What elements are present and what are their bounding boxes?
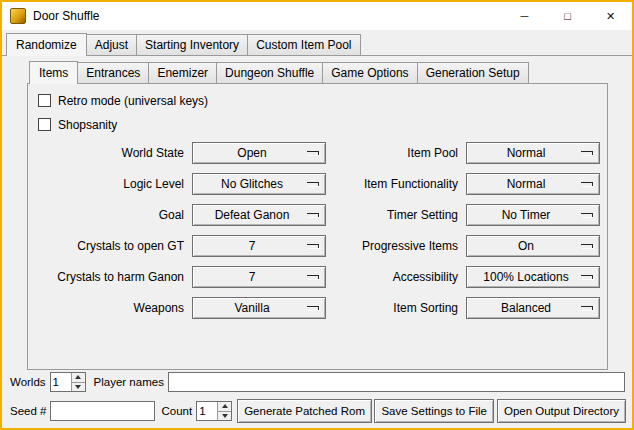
timer-setting-value: No Timer [502, 208, 551, 222]
seed-row: Seed # Count Generate Patched Rom Save S… [10, 399, 626, 423]
item-sorting-label: Item Sorting [332, 301, 460, 315]
item-pool-label: Item Pool [332, 146, 460, 160]
weapons-label: Weapons [38, 301, 186, 315]
dropdown-indicator-icon [307, 306, 319, 310]
worlds-row: Worlds Player names [10, 370, 626, 394]
tab-adjust[interactable]: Adjust [86, 34, 137, 55]
items-pane: Retro mode (universal keys) Shopsanity W… [27, 83, 608, 370]
item-functionality-value: Normal [507, 177, 546, 191]
crystals-open-gt-value: 7 [249, 239, 256, 253]
tab-custom-item-pool[interactable]: Custom Item Pool [247, 34, 360, 55]
item-pool-value: Normal [507, 146, 546, 160]
timer-setting-dropdown[interactable]: No Timer [466, 204, 600, 226]
accessibility-value: 100% Locations [483, 270, 568, 284]
goal-dropdown[interactable]: Defeat Ganon [192, 204, 326, 226]
count-spin-arrows [217, 402, 231, 420]
tab-generation-setup[interactable]: Generation Setup [417, 62, 529, 83]
crystals-harm-ganon-dropdown[interactable]: 7 [192, 266, 326, 288]
dropdown-indicator-icon [581, 275, 593, 279]
randomize-pane: Items Entrances Enemizer Dungeon Shuffle… [2, 55, 632, 428]
player-names-input[interactable] [168, 372, 625, 392]
timer-setting-label: Timer Setting [332, 208, 460, 222]
progressive-items-value: On [518, 239, 534, 253]
window-title: Door Shuffle [33, 9, 100, 23]
worlds-input[interactable] [51, 373, 71, 391]
item-sorting-value: Balanced [501, 301, 551, 315]
weapons-value: Vanilla [234, 301, 269, 315]
shopsanity-label: Shopsanity [58, 118, 117, 132]
dropdown-indicator-icon [307, 213, 319, 217]
tab-randomize[interactable]: Randomize [6, 33, 87, 56]
close-icon[interactable]: ✕ [589, 2, 632, 30]
retro-mode-label: Retro mode (universal keys) [58, 94, 208, 108]
worlds-spinner[interactable] [50, 372, 86, 392]
generate-patched-rom-button[interactable]: Generate Patched Rom [237, 399, 372, 423]
tab-entrances[interactable]: Entrances [77, 62, 149, 83]
shopsanity-row: Shopsanity [38, 117, 607, 132]
accessibility-label: Accessibility [332, 270, 460, 284]
dropdown-indicator-icon [581, 306, 593, 310]
crystals-open-gt-dropdown[interactable]: 7 [192, 235, 326, 257]
maximize-icon[interactable]: □ [546, 2, 589, 30]
crystals-open-gt-label: Crystals to open GT [38, 239, 186, 253]
goal-value: Defeat Ganon [215, 208, 290, 222]
accessibility-dropdown[interactable]: 100% Locations [466, 266, 600, 288]
open-output-directory-button[interactable]: Open Output Directory [497, 399, 626, 423]
logic-level-label: Logic Level [38, 177, 186, 191]
item-functionality-dropdown[interactable]: Normal [466, 173, 600, 195]
dropdown-indicator-icon [307, 275, 319, 279]
tab-starting-inventory[interactable]: Starting Inventory [136, 34, 248, 55]
worlds-spin-up-icon[interactable] [72, 373, 85, 382]
window-controls: ─ □ ✕ [503, 2, 632, 30]
progressive-items-dropdown[interactable]: On [466, 235, 600, 257]
tab-enemizer[interactable]: Enemizer [148, 62, 217, 83]
dropdown-indicator-icon [307, 182, 319, 186]
seed-label: Seed # [10, 405, 46, 417]
app-icon [10, 8, 26, 24]
titlebar: Door Shuffle ─ □ ✕ [2, 2, 632, 30]
dropdown-indicator-icon [307, 244, 319, 248]
worlds-spin-down-icon[interactable] [72, 382, 85, 392]
world-state-label: World State [38, 146, 186, 160]
progressive-items-label: Progressive Items [332, 239, 460, 253]
tab-items[interactable]: Items [29, 61, 78, 84]
count-spin-up-icon[interactable] [218, 402, 231, 411]
item-functionality-label: Item Functionality [332, 177, 460, 191]
settings-notebook: Items Entrances Enemizer Dungeon Shuffle… [27, 61, 608, 370]
save-settings-button[interactable]: Save Settings to File [374, 399, 493, 423]
dropdown-indicator-icon [581, 213, 593, 217]
world-state-value: Open [237, 146, 266, 160]
player-names-label: Player names [94, 376, 164, 388]
logic-level-value: No Glitches [221, 177, 283, 191]
dropdown-indicator-icon [581, 151, 593, 155]
count-label: Count [161, 405, 192, 417]
weapons-dropdown[interactable]: Vanilla [192, 297, 326, 319]
worlds-spin-arrows [71, 373, 85, 391]
retro-mode-checkbox[interactable] [38, 94, 51, 107]
crystals-harm-ganon-label: Crystals to harm Ganon [38, 270, 186, 284]
seed-input[interactable] [50, 401, 155, 421]
item-sorting-dropdown[interactable]: Balanced [466, 297, 600, 319]
worlds-label: Worlds [10, 376, 46, 388]
minimize-icon[interactable]: ─ [503, 2, 546, 30]
count-spin-down-icon[interactable] [218, 411, 231, 421]
dropdown-indicator-icon [307, 151, 319, 155]
tab-dungeon-shuffle[interactable]: Dungeon Shuffle [216, 62, 323, 83]
bottom-bar: Worlds Player names Seed # Count [2, 367, 632, 428]
logic-level-dropdown[interactable]: No Glitches [192, 173, 326, 195]
options-grid: World State Open Item Pool Normal Logic … [38, 142, 607, 319]
crystals-harm-ganon-value: 7 [249, 270, 256, 284]
dropdown-indicator-icon [581, 182, 593, 186]
count-input[interactable] [197, 402, 217, 420]
count-spinner[interactable] [196, 401, 232, 421]
main-tab-bar: Randomize Adjust Starting Inventory Cust… [2, 33, 632, 55]
shopsanity-checkbox[interactable] [38, 118, 51, 131]
dropdown-indicator-icon [581, 244, 593, 248]
goal-label: Goal [38, 208, 186, 222]
retro-mode-row: Retro mode (universal keys) [38, 93, 607, 108]
item-pool-dropdown[interactable]: Normal [466, 142, 600, 164]
sub-tab-bar: Items Entrances Enemizer Dungeon Shuffle… [27, 61, 608, 83]
app-window: Door Shuffle ─ □ ✕ Randomize Adjust Star… [0, 0, 634, 430]
tab-game-options[interactable]: Game Options [322, 62, 417, 83]
world-state-dropdown[interactable]: Open [192, 142, 326, 164]
